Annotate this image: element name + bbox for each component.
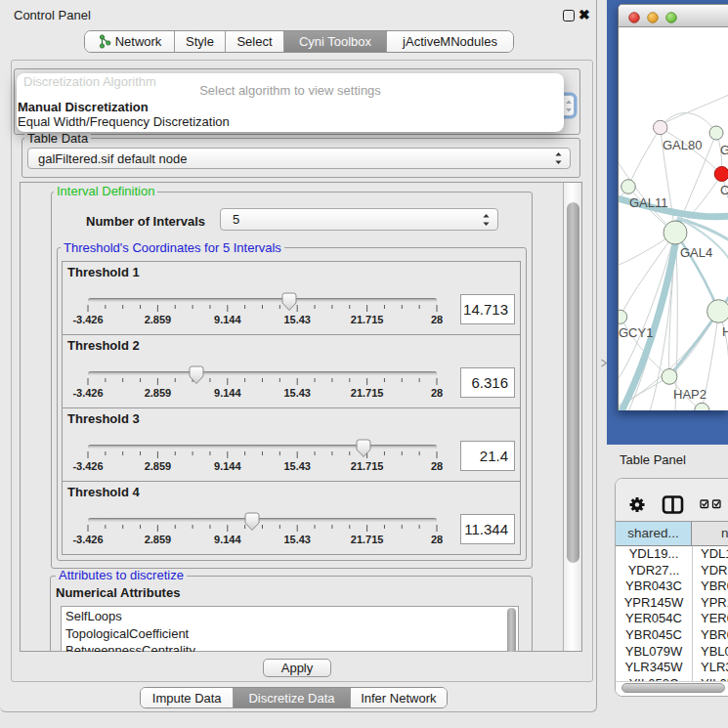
- svg-text:HAP2: HAP2: [673, 387, 707, 402]
- svg-text:GA: GA: [720, 143, 728, 157]
- svg-text:GCY1: GCY1: [619, 325, 653, 340]
- svg-text:GAL80: GAL80: [663, 138, 702, 152]
- svg-text:H: H: [722, 324, 728, 339]
- svg-text:C: C: [720, 183, 728, 197]
- svg-text:GAL4: GAL4: [680, 245, 712, 260]
- svg-text:GAL11: GAL11: [629, 195, 668, 210]
